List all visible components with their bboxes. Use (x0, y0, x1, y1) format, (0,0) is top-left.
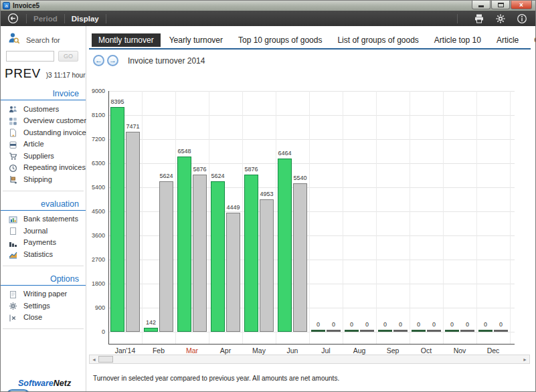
sidebar-item-payments[interactable]: Payments (1, 237, 86, 249)
sidebar-item-article[interactable]: Article (1, 138, 86, 151)
tab-article-top-10[interactable]: Article top 10 (428, 33, 488, 47)
next-period-button[interactable]: → (107, 55, 118, 66)
sidebar-item-label: Bank statements (23, 215, 78, 223)
tab-article[interactable]: Article (490, 33, 525, 47)
tab-list-of-groups-of-goods[interactable]: List of groups of goods (331, 33, 425, 47)
sidebar-item-label: Repeating invoices (23, 163, 86, 171)
x-axis-label-apr: Apr (209, 347, 242, 355)
sidebar-item-journal[interactable]: Journal (1, 225, 86, 237)
bar-selected-year-2014-mar (177, 157, 191, 332)
sidebar-section-header-evaluation: evaluation (1, 199, 86, 209)
x-axis-label-feb: Feb (142, 347, 175, 355)
bar-value-label: 0 (421, 321, 448, 328)
sidebar-item-close[interactable]: Close (1, 312, 86, 324)
titlebar: a Invoice5 × (1, 1, 535, 11)
y-axis-label: 4500 (86, 208, 105, 215)
sidebar-item-overview-customers[interactable]: Overview customers (1, 115, 86, 127)
tab-underline (89, 48, 531, 50)
minimize-button[interactable] (472, 1, 490, 9)
tab-yearly-turnover[interactable]: Yearly turnover (163, 33, 230, 47)
horizontal-scrollbar[interactable]: ◄ ► (89, 355, 530, 364)
bar-previous-year-feb (159, 181, 173, 332)
y-axis-label: 9000 (86, 88, 105, 94)
article-icon (9, 140, 18, 149)
y-axis-label: 0 (86, 328, 105, 335)
bar-previous-year-jan-14 (126, 132, 140, 332)
search-input[interactable] (6, 51, 54, 62)
info-icon[interactable] (515, 13, 529, 25)
tab-top-10-groups-of-goods[interactable]: Top 10 groups of goods (232, 33, 329, 47)
gear-icon[interactable] (494, 13, 507, 25)
sidebar-item-customers[interactable]: Customers (1, 103, 86, 115)
section-header-underline (1, 285, 86, 286)
bar-previous-year-may (260, 199, 274, 332)
toolbar: Period Display (1, 11, 535, 26)
x-axis-line (108, 344, 515, 345)
bar-previous-year-nov (460, 330, 474, 332)
sidebar-item-label: Payments (23, 238, 56, 246)
writing-paper-icon (9, 290, 18, 298)
sidebar-item-settings[interactable]: Settings (1, 300, 86, 312)
sidebar-item-label: Article (23, 140, 44, 148)
y-axis-label: 3600 (86, 232, 105, 239)
menu-display[interactable]: Display (72, 15, 99, 23)
sidebar-item-suppliers[interactable]: Suppliers (1, 150, 86, 162)
bar-previous-year-oct (427, 330, 441, 332)
close-button[interactable]: × (511, 1, 532, 9)
back-icon[interactable] (6, 13, 19, 25)
print-icon[interactable] (472, 13, 486, 25)
logo-arc-graphic (6, 389, 30, 392)
bar-value-label: 6548 (171, 148, 198, 155)
sidebar-item-label: Statistics (23, 250, 53, 258)
sidebar: Search for GO PREV )3 11:17 hour Invoice… (1, 26, 86, 392)
bar-previous-year-dec (494, 330, 508, 332)
sidebar-separator (3, 191, 84, 191)
gridline (309, 91, 310, 344)
y-axis-label: 900 (86, 304, 105, 311)
menu-period: Period (33, 15, 58, 23)
x-axis-label-jan-14: Jan'14 (108, 347, 142, 355)
y-axis-label: 5400 (86, 184, 105, 191)
tab-bar: Montly turnoverYearly turnoverTop 10 gro… (92, 33, 535, 47)
x-axis-label-mar: Mar (175, 347, 209, 355)
sidebar-item-repeating-invoices[interactable]: Repeating invoices (1, 162, 86, 174)
toolbar-separator (457, 14, 458, 23)
bar-selected-year-2014-sep (378, 330, 392, 332)
bar-selected-year-2014-feb (144, 328, 158, 332)
tab-montly-turnover[interactable]: Montly turnover (92, 33, 161, 47)
overview-customers-icon (9, 116, 18, 125)
sidebar-item-statistics[interactable]: Statistics (1, 248, 86, 260)
statistics-icon (9, 250, 18, 258)
softwarenetz-logo: SoftwareNetz (18, 379, 71, 388)
prev-period-button[interactable]: ← (93, 55, 104, 66)
tab-customers[interactable]: Customers (527, 33, 535, 47)
x-axis-label-oct: Oct (410, 347, 443, 355)
bar-value-label: 0 (387, 321, 414, 328)
bar-previous-year-aug (360, 330, 374, 332)
bar-previous-year-jun (293, 183, 307, 332)
sidebar-item-label: Close (23, 313, 42, 321)
y-axis-line (108, 91, 109, 344)
sidebar-section-header-options: Options (1, 274, 86, 284)
sidebar-item-shipping[interactable]: Shipping (1, 173, 86, 185)
maximize-button[interactable] (491, 1, 510, 9)
scrollbar-thumb[interactable] (98, 356, 113, 363)
sidebar-item-oustanding-invoices[interactable]: Oustanding invoices (1, 126, 86, 138)
scroll-left-icon[interactable]: ◄ (92, 356, 96, 363)
window-title: Invoice5 (13, 2, 39, 9)
gridline (108, 91, 515, 92)
bar-value-label: 0 (354, 321, 381, 328)
chart-title: Invoice turnover 2014 (128, 56, 205, 66)
gridline (510, 91, 511, 344)
turnover-bar-chart: 0900180027003600450054006300720081009000… (86, 86, 535, 362)
x-axis-label-aug: Aug (343, 347, 376, 355)
sidebar-item-label: Shipping (23, 175, 52, 183)
close-icon (9, 313, 18, 322)
scroll-right-icon[interactable]: ► (523, 356, 527, 363)
app-window: a Invoice5 × Period Display Search for (0, 0, 536, 392)
bar-value-label: 6464 (272, 150, 298, 157)
sidebar-item-writing-paper[interactable]: Writing paper (1, 288, 86, 300)
sidebar-item-bank-statements[interactable]: Bank statements (1, 213, 86, 225)
go-button[interactable]: GO (58, 51, 78, 62)
gridline (209, 91, 209, 344)
